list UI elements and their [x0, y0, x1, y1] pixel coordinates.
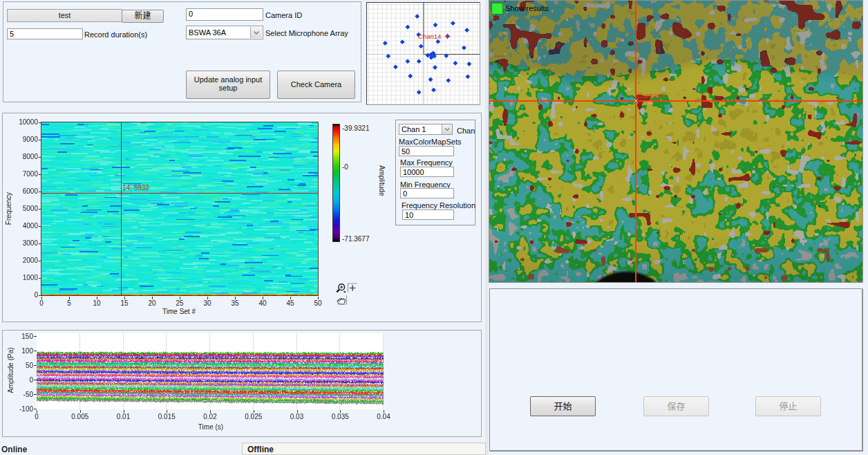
- svg-text:Chan14: Chan14: [418, 32, 441, 40]
